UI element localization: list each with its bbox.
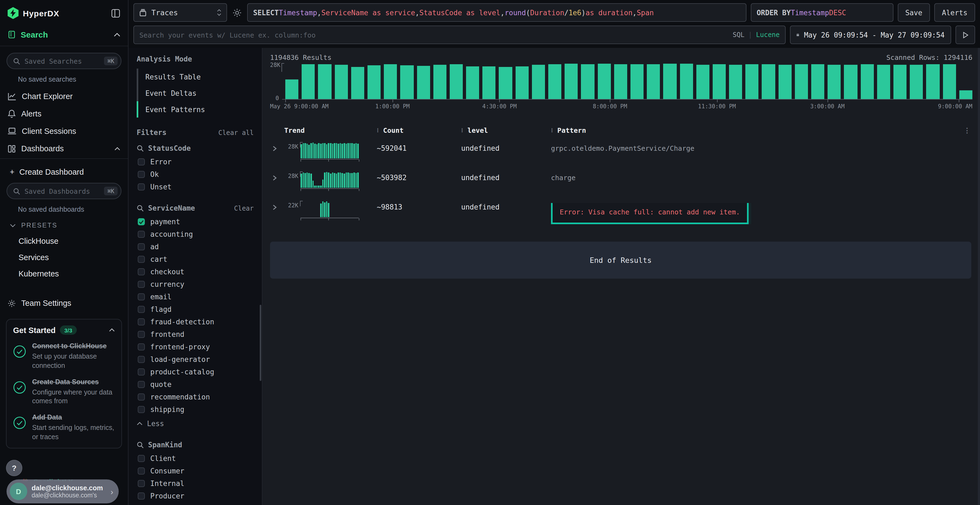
histogram-bar[interactable] [696,65,709,99]
sidebar-item-search[interactable]: Search [0,24,128,44]
presets-toggle[interactable]: PRESETS [0,218,128,233]
histogram-bar[interactable] [318,64,331,99]
filter-option[interactable]: Producer [137,490,254,502]
source-settings-gear-icon[interactable] [231,8,243,17]
expand-row-icon[interactable] [271,175,284,181]
saved-dashboards-input[interactable]: Saved Dashboards ⌘K [6,183,121,199]
main-scrollbar[interactable] [978,48,980,505]
sidebar-item-client-sessions[interactable]: Client Sessions [0,122,128,140]
run-query-button[interactable] [956,25,975,44]
filter-option[interactable]: Server [137,502,254,505]
lang-lucene[interactable]: Lucene [756,31,780,39]
histogram-bar[interactable] [959,91,972,99]
query-language-toggle[interactable]: SQL | Lucene [733,31,780,39]
histogram-bar[interactable] [630,64,644,99]
histogram-bar[interactable] [795,64,808,99]
col-count[interactable]: ⁞Count [377,126,461,134]
event-search-bar[interactable]: SQL | Lucene [134,25,786,44]
histogram-bar[interactable] [713,64,726,99]
histogram-bar[interactable] [450,64,463,99]
filter-option[interactable]: currency [137,278,254,291]
checkbox[interactable] [138,455,145,462]
create-dashboard-button[interactable]: +Create Dashboard [0,163,128,181]
checkbox[interactable] [138,231,145,238]
histogram-bar[interactable] [861,64,873,99]
histogram-bar[interactable] [351,67,364,99]
checkbox[interactable] [138,281,145,288]
checkbox[interactable] [138,243,145,250]
histogram-bar[interactable] [680,64,693,99]
histogram-bar[interactable] [926,65,939,99]
expand-row-icon[interactable] [271,204,284,211]
date-range-picker[interactable]: May 26 09:09:54 - May 27 09:09:54 [790,25,951,44]
user-menu[interactable]: D dale@clickhouse.com dale@clickhouse.co… [6,480,119,503]
histogram-bar[interactable] [614,65,627,99]
filter-option[interactable]: Client [137,452,254,465]
sidebar-collapse-icon[interactable] [111,8,120,18]
filter-option[interactable]: fraud-detection [137,316,254,328]
checkbox[interactable] [138,356,145,363]
order-by-input[interactable]: ORDER BY Timestamp DESC [751,3,893,22]
expand-row-icon[interactable] [271,145,284,152]
histogram-bar[interactable] [877,65,890,99]
histogram-bar[interactable] [762,64,775,99]
filter-option[interactable]: recommendation [137,391,254,403]
filter-option[interactable]: email [137,291,254,303]
chevron-up-icon[interactable] [114,32,120,37]
get-started-item-title[interactable]: Connect to ClickHouse [32,342,115,351]
filter-option[interactable]: flagd [137,303,254,316]
chevron-up-icon[interactable] [109,328,115,332]
filter-option[interactable]: Consumer [137,465,254,477]
filter-option[interactable]: payment [137,216,254,228]
filter-option[interactable]: frontend-proxy [137,341,254,353]
drag-handle-icon[interactable]: ⁞ [461,127,463,133]
filter-option[interactable]: shipping [137,403,254,416]
histogram-bar[interactable] [598,64,611,99]
histogram-bar[interactable] [778,65,791,99]
checkbox[interactable] [138,268,145,275]
histogram-bar[interactable] [499,67,512,99]
histogram-bar[interactable] [368,65,380,99]
checkbox[interactable] [138,306,145,313]
histogram-bar[interactable] [647,64,660,99]
analysis-mode-option[interactable]: Event Patterns [137,101,254,118]
col-trend[interactable]: Trend [284,126,377,134]
histogram-bar[interactable] [893,65,907,99]
histogram-bar[interactable] [827,65,841,99]
sidebar-item-team-settings[interactable]: Team Settings [0,294,128,312]
filter-option[interactable]: checkout [137,265,254,278]
preset-item-kubernetes[interactable]: Kubernetes [0,265,128,282]
histogram-bar[interactable] [401,65,414,99]
pattern-row[interactable]: 22K~98813undefinedError: Visa cache full… [270,195,972,232]
filter-option[interactable]: ad [137,241,254,253]
histogram-bar[interactable] [663,64,676,99]
filter-option[interactable]: Internal [137,477,254,490]
histogram-bar[interactable] [466,67,479,99]
filter-option[interactable]: product-catalog [137,366,254,378]
histogram-bar[interactable] [433,65,446,99]
filter-option[interactable]: Ok [137,168,254,181]
histogram-bar[interactable] [811,65,824,99]
checkbox[interactable] [138,467,145,475]
checkbox[interactable] [138,394,145,400]
checkbox[interactable] [138,318,145,326]
histogram-bar[interactable] [910,65,923,99]
histogram-bar[interactable] [285,79,298,99]
pattern-row[interactable]: 28K~592041undefinedgrpc.oteldemo.Payment… [270,137,972,166]
get-started-item-title[interactable]: Add Data [32,413,115,422]
histogram-bar[interactable] [844,65,857,99]
histogram-bar[interactable] [515,66,528,99]
saved-searches-input[interactable]: Saved Searches ⌘K [6,53,121,69]
help-button[interactable]: ? [6,460,22,476]
histogram-bar[interactable] [729,65,742,99]
sidebar-item-alerts[interactable]: Alerts [0,105,128,122]
lang-sql[interactable]: SQL [733,31,744,39]
alerts-button[interactable]: Alerts [934,3,975,22]
checkbox[interactable] [138,406,145,413]
sql-select-input[interactable]: SELECT Timestamp, ServiceName as service… [247,3,746,22]
filter-option[interactable]: accounting [137,228,254,241]
drag-handle-icon[interactable]: ⁞ [551,127,552,133]
filter-option[interactable]: Error [137,156,254,168]
histogram-bar[interactable] [302,65,315,99]
get-started-item-title[interactable]: Create Data Sources [32,377,115,387]
